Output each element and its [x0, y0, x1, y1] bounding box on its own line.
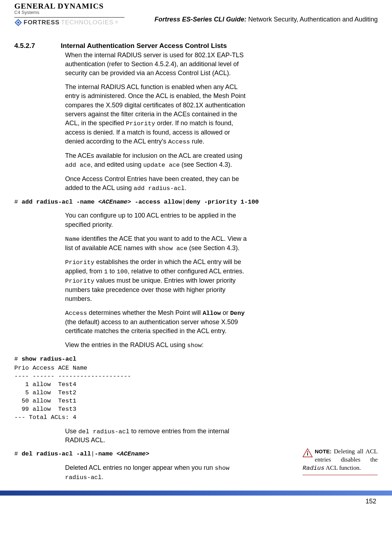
footer-bar: [0, 491, 392, 496]
inline-code: 100: [117, 268, 128, 275]
body-paragraph: Access determines whether the Mesh Point…: [65, 308, 248, 336]
text-run: :: [202, 341, 204, 348]
cli-pipe: |: [182, 199, 186, 205]
svg-rect-5: [307, 453, 308, 455]
margin-note: NOTE: Deleting all ACL entries disables …: [303, 448, 378, 475]
text-run: rule.: [190, 138, 204, 145]
text-run: .: [102, 473, 103, 481]
inline-code: Priority: [65, 278, 94, 284]
cli-command-line: # add radius-acl -name <ACEname> -access…: [14, 198, 378, 206]
technologies-word: TECHNOLOGIES: [61, 18, 114, 27]
inline-code: Deny: [230, 310, 245, 317]
inline-code: Priority: [65, 259, 94, 266]
fortress-word: FORTRESS: [24, 18, 60, 27]
cli-bold: del radius-acl -all: [21, 450, 91, 457]
general-dynamics-logo: GENERAL DYNAMICS: [14, 2, 378, 10]
text-run: (see Section 4.3).: [180, 161, 232, 168]
registered-mark: ®: [115, 20, 118, 25]
body-paragraph: The ACEs available for inclusion on the …: [65, 151, 248, 170]
section-title: Internal Authentication Server Access Co…: [61, 41, 227, 51]
note-rule: [303, 475, 378, 475]
svg-point-4: [307, 452, 308, 453]
body-paragraph: The internal RADIUS ACL function is enab…: [65, 83, 248, 146]
text-run: (the default) access to an authenticatio…: [65, 318, 238, 335]
cli-bold: show radius-acl: [21, 356, 76, 362]
text-run: View the entries in the RADIUS ACL using: [65, 341, 187, 348]
page-number: 152: [14, 497, 378, 506]
cli-output: Prio Access ACE Name ---- ------ -------…: [14, 364, 378, 422]
text-run: The ACEs available for inclusion on the …: [65, 152, 242, 159]
inline-code: add radius-acl: [133, 185, 185, 192]
text-run: Use: [65, 428, 78, 435]
inline-code: Access: [65, 310, 87, 317]
inline-code: del radius-acl: [78, 428, 129, 435]
inline-code: Access: [168, 138, 190, 145]
text-run: , relative to other configured ACL entri…: [128, 268, 244, 275]
cli-italic-arg: <ACEname>: [98, 199, 131, 205]
section-heading-row: 4.5.2.7 Internal Authentication Server A…: [14, 41, 378, 51]
inline-code: add ace: [65, 162, 90, 169]
inline-code: Priority: [126, 120, 155, 127]
cli-italic-arg: <ACEname>: [117, 450, 150, 457]
running-header: Fortress ES-Series CLI Guide: Network Se…: [155, 15, 378, 24]
inline-code: show: [187, 342, 202, 349]
cli-bold: deny -priority 1-100: [186, 199, 259, 205]
cli-pipe: |: [91, 450, 94, 457]
body-paragraph: Deleted ACL entries no longer appear whe…: [65, 463, 248, 482]
note-inline-code: Radius: [303, 465, 324, 472]
header-guide-subtitle: Network Security, Authentication and Aud…: [246, 16, 378, 23]
cli-prompt: #: [14, 356, 21, 362]
cli-prompt: #: [14, 450, 21, 457]
body-paragraph: View the entries in the RADIUS ACL using…: [65, 341, 248, 350]
note-text: ACL function.: [324, 464, 361, 471]
logo-divider: [14, 17, 124, 18]
text-run: (see Section 4.3).: [187, 244, 240, 252]
body-paragraph: When the internal RADIUS server is used …: [65, 51, 248, 78]
note-label: NOTE:: [315, 448, 332, 454]
header-guide-title: Fortress ES-Series CLI Guide:: [155, 16, 246, 23]
inline-code: 1: [104, 268, 108, 275]
body-paragraph: Name identifies the ACE that you want to…: [65, 234, 248, 253]
text-run: to: [108, 268, 117, 275]
cli-bold: add radius-acl -name: [21, 199, 98, 205]
inline-code: update ace: [143, 162, 180, 169]
inline-code: Allow: [202, 310, 221, 317]
text-run: Deleted ACL entries no longer appear whe…: [65, 464, 215, 471]
body-paragraph: You can configure up to 100 ACL entries …: [65, 211, 248, 229]
text-run: , and edited using: [90, 161, 143, 168]
inline-code: show ace: [158, 245, 187, 252]
text-run: or: [221, 309, 230, 316]
body-paragraph: Priority establishes the order in which …: [65, 258, 248, 303]
svg-marker-3: [303, 449, 312, 457]
cli-bold: -name: [94, 450, 116, 457]
section-number: 4.5.2.7: [14, 41, 50, 51]
text-run: .: [185, 184, 186, 191]
inline-code: Name: [65, 236, 80, 243]
cli-bold: -access allow: [131, 199, 182, 205]
info-triangle-icon: [303, 448, 313, 458]
cli-command-line: # show radius-acl: [14, 355, 378, 364]
text-run: determines whether the Mesh Point will: [87, 309, 202, 316]
body-paragraph: Use del radius-acl to remove entries fro…: [65, 427, 248, 445]
body-paragraph: Once Access Control Entries have been cr…: [65, 175, 248, 193]
cli-prompt: #: [14, 199, 21, 205]
fortress-diamond-icon: [14, 19, 22, 26]
